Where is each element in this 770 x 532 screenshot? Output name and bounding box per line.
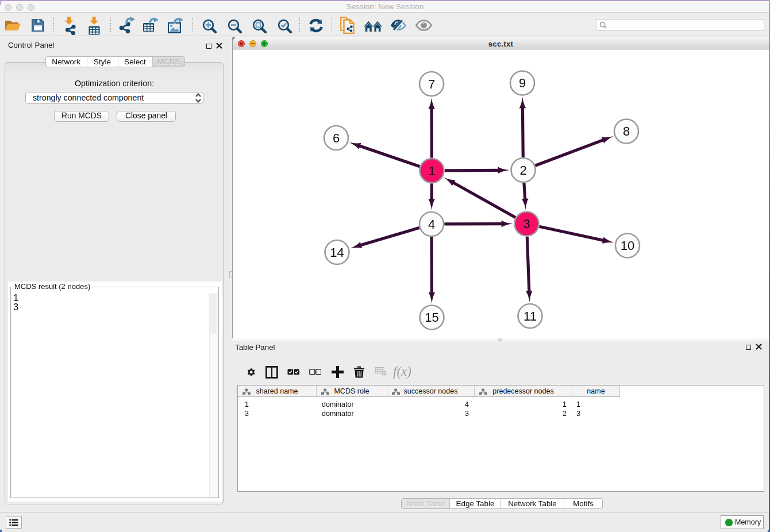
- svg-text:3: 3: [523, 217, 530, 231]
- svg-text:14: 14: [330, 245, 344, 260]
- svg-text:2: 2: [519, 163, 526, 178]
- svg-text:9: 9: [519, 76, 526, 90]
- svg-text:15: 15: [425, 310, 438, 325]
- svg-text:6: 6: [333, 131, 340, 145]
- svg-text:11: 11: [523, 309, 537, 323]
- svg-text:1: 1: [428, 164, 435, 178]
- svg-text:4: 4: [428, 217, 435, 232]
- svg-text:8: 8: [623, 124, 630, 138]
- svg-text:10: 10: [621, 238, 634, 253]
- svg-text:7: 7: [428, 77, 435, 91]
